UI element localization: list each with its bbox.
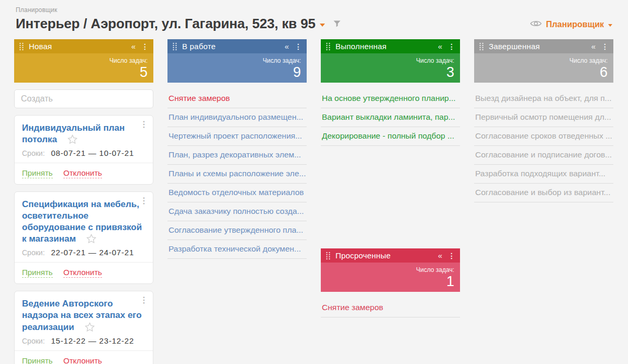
card-title[interactable]: Ведение Авторского надзора на всех этапа… [22, 299, 142, 332]
column-header: Завершенная « ⋮ [474, 39, 613, 53]
task-item[interactable]: Согласование утвержденного пла... [167, 221, 307, 240]
collapse-column-icon[interactable]: « [438, 42, 442, 51]
star-icon[interactable] [85, 324, 95, 333]
deadline-value: 22-07-21 — 24-07-21 [51, 248, 134, 257]
column-header: Выполненная « ⋮ [321, 39, 460, 53]
collapse-column-icon[interactable]: « [131, 42, 136, 51]
card-menu-icon[interactable]: ⋮ [140, 296, 148, 304]
deadline-label: Сроки: [22, 149, 45, 157]
task-count-block: Число задач: 9 [167, 53, 307, 83]
drag-handle-icon[interactable] [326, 42, 331, 51]
star-icon[interactable] [86, 236, 96, 245]
decline-link[interactable]: Отклонить [63, 168, 102, 178]
task-item[interactable]: Выезд дизайнера на объект, для п... [474, 89, 613, 108]
column-menu-icon[interactable]: ⋮ [601, 42, 609, 51]
column-title: Завершенная [489, 42, 591, 51]
column-title: Новая [29, 42, 131, 51]
task-item[interactable]: Снятие замеров [167, 89, 307, 108]
page-header: Планировщик Интерьер / Аэропорт, ул. Гаг… [0, 0, 628, 35]
column-menu-icon[interactable]: ⋮ [141, 42, 149, 51]
deadline-label: Сроки: [22, 248, 45, 257]
column-title: Просроченные [335, 251, 438, 260]
task-count-value: 6 [474, 64, 608, 80]
view-selector-caret-icon [608, 24, 612, 27]
star-icon[interactable] [68, 136, 77, 145]
deadline-value: 15-12-22 — 23-12-22 [51, 336, 134, 345]
task-item[interactable]: Вариант выкладки ламинита, пар... [321, 108, 460, 127]
drag-handle-icon[interactable] [172, 42, 177, 51]
column-title: Выполненная [335, 42, 438, 51]
create-task-input[interactable] [14, 89, 153, 108]
collapse-column-icon[interactable]: « [285, 42, 289, 51]
accept-link[interactable]: Принять [22, 356, 53, 364]
decline-link[interactable]: Отклонить [63, 356, 102, 364]
task-count-block: Число задач: 1 [321, 263, 460, 292]
task-count-label: Число задач: [14, 57, 148, 64]
view-selector-label: Планировщик [546, 20, 604, 29]
task-count-value: 3 [321, 64, 454, 80]
card-menu-icon[interactable]: ⋮ [140, 120, 148, 129]
task-count-label: Число задач: [321, 57, 454, 64]
deadline-value: 08-07-21 — 10-07-21 [51, 149, 134, 157]
task-count-label: Число задач: [321, 266, 454, 274]
column-menu-icon[interactable]: ⋮ [295, 42, 302, 51]
collapse-column-icon[interactable]: « [438, 251, 442, 260]
task-item[interactable]: Снятие замеров [321, 299, 460, 317]
task-count-block: Число задач: 3 [321, 53, 460, 83]
task-item[interactable]: Согласование и выбор из вариант... [474, 184, 613, 202]
column-menu-icon[interactable]: ⋮ [448, 252, 455, 260]
drag-handle-icon[interactable] [479, 42, 484, 51]
task-item[interactable]: План, разрез декоративных элем... [167, 146, 307, 165]
accept-link[interactable]: Принять [22, 268, 53, 278]
task-item[interactable]: Согласование сроков отведенных ... [474, 127, 613, 146]
title-dropdown-caret-icon[interactable] [320, 24, 325, 27]
task-card[interactable]: ⋮ Ведение Авторского надзора на всех эта… [14, 291, 153, 364]
task-item[interactable]: Первичный осмотр помещения дл... [474, 108, 613, 127]
kanban-board: Новая « ⋮ Число задач: 5 ⋮ Индивидуальны… [0, 35, 628, 364]
app-label: Планировщик [16, 6, 612, 14]
task-item[interactable]: План индивидуального размещен... [167, 108, 307, 127]
task-count-value: 5 [14, 64, 148, 80]
page-title: Интерьер / Аэропорт, ул. Гагарина, 523, … [16, 16, 316, 32]
task-count-block: Число задач: 6 [474, 53, 613, 83]
task-item[interactable]: Сдача заказчику полностью созда... [167, 202, 307, 221]
task-count-label: Число задач: [167, 57, 301, 64]
eye-icon [530, 20, 542, 29]
column-in-progress: В работе « ⋮ Число задач: 9 Снятие замер… [167, 39, 307, 259]
task-item[interactable]: Разработка подходящих вариант... [474, 165, 613, 184]
column-header: Новая « ⋮ [14, 39, 153, 53]
view-selector[interactable]: Планировщик [530, 20, 612, 29]
task-count-value: 1 [321, 274, 454, 289]
task-count-block: Число задач: 5 [14, 53, 153, 83]
decline-link[interactable]: Отклонить [63, 268, 102, 278]
deadline-label: Сроки: [22, 337, 45, 345]
drag-handle-icon[interactable] [326, 252, 331, 260]
task-card[interactable]: ⋮ Спецификация на мебель, осветительное … [14, 191, 153, 284]
column-menu-icon[interactable]: ⋮ [448, 42, 455, 51]
column-title: В работе [182, 42, 285, 51]
card-menu-icon[interactable]: ⋮ [140, 197, 148, 205]
task-item[interactable]: Чертежный проект расположения... [167, 127, 307, 146]
filter-icon[interactable] [333, 20, 341, 29]
column-closed: Завершенная « ⋮ Число задач: 6 Выезд диз… [474, 39, 613, 202]
column-header: В работе « ⋮ [167, 39, 307, 53]
task-item[interactable]: Разработка технической докумен... [167, 240, 307, 259]
column-header: Просроченные « ⋮ [321, 248, 460, 263]
accept-link[interactable]: Принять [22, 168, 53, 178]
task-count-value: 9 [167, 64, 301, 80]
task-item[interactable]: Ведомость отделочных материалов [167, 184, 307, 202]
column-overdue: Просроченные « ⋮ Число задач: 1 Снятие з… [321, 248, 460, 317]
drag-handle-icon[interactable] [19, 42, 24, 51]
column-completed: Выполненная « ⋮ Число задач: 3 На основе… [321, 39, 460, 146]
task-item[interactable]: Планы и схемы расположение эле... [167, 165, 307, 184]
task-count-label: Число задач: [474, 57, 608, 64]
card-title[interactable]: Спецификация на мебель, осветительное об… [22, 199, 142, 244]
column-new: Новая « ⋮ Число задач: 5 ⋮ Индивидуальны… [14, 39, 153, 364]
collapse-column-icon[interactable]: « [591, 42, 596, 51]
task-item[interactable]: На основе утвержденного планир... [321, 89, 460, 108]
task-item[interactable]: Декорирование - полный подбор ... [321, 127, 460, 146]
task-item[interactable]: Согласование и подписание догов... [474, 146, 613, 165]
task-card[interactable]: ⋮ Индивидуальный план потолка Сроки: 08-… [14, 115, 153, 185]
